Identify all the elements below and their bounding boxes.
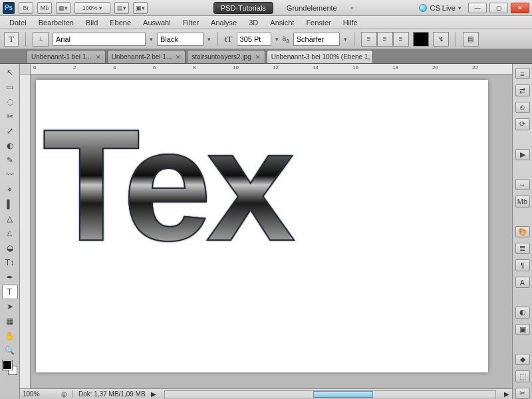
color-panel-icon[interactable]: 🎨 bbox=[515, 226, 530, 237]
close-tab-icon[interactable]: ✕ bbox=[255, 54, 261, 61]
warp-text-button[interactable]: ↯ bbox=[433, 32, 449, 47]
hand-tool[interactable]: ✋ bbox=[2, 329, 18, 343]
character-panel-button[interactable]: ▤ bbox=[463, 32, 479, 47]
cs-live-button[interactable]: CS Live ▾ bbox=[419, 4, 462, 12]
status-play-icon[interactable]: ▶ bbox=[151, 390, 156, 398]
ruler-origin[interactable] bbox=[20, 64, 31, 74]
close-button[interactable]: ✕ bbox=[511, 3, 529, 13]
horizontal-scrollbar[interactable] bbox=[164, 390, 496, 398]
eyedropper-tool[interactable]: ◐ bbox=[2, 138, 18, 153]
crop-tool[interactable]: ⤢ bbox=[2, 124, 18, 138]
menu-ebene[interactable]: Ebene bbox=[104, 17, 136, 28]
dodge-tool[interactable]: T↕ bbox=[2, 255, 18, 270]
marquee-tool[interactable]: ▭ bbox=[2, 80, 18, 94]
vertical-ruler[interactable] bbox=[20, 74, 31, 388]
path-select-tool[interactable]: ➤ bbox=[2, 299, 18, 314]
canvas-text-layer[interactable]: Tex bbox=[43, 93, 290, 277]
eraser-tool[interactable]: △ bbox=[2, 211, 18, 226]
swatches-panel-icon[interactable]: ≣ bbox=[515, 243, 530, 254]
align-right-button[interactable]: ≡ bbox=[393, 32, 409, 47]
chevron-down-icon[interactable]: ▾ bbox=[150, 36, 153, 43]
panel-icon[interactable]: ▶ bbox=[515, 149, 530, 160]
antialias-field[interactable] bbox=[293, 33, 340, 46]
menu-3d[interactable]: 3D bbox=[243, 17, 263, 28]
workspace-selected-button[interactable]: PSD-Tutorials bbox=[213, 2, 273, 14]
menu-bearbeiten[interactable]: Bearbeiten bbox=[33, 17, 79, 28]
canvas-viewport[interactable]: Tex bbox=[31, 74, 512, 388]
foreground-color-swatch[interactable] bbox=[3, 360, 12, 370]
status-docinfo[interactable]: Dok: 1,37 MB/1,09 MB bbox=[72, 390, 146, 398]
zoom-level-button[interactable]: 100% ▾ bbox=[74, 2, 110, 14]
menu-datei[interactable]: Datei bbox=[4, 17, 32, 28]
text-color-swatch[interactable] bbox=[413, 32, 429, 47]
font-size-field[interactable] bbox=[237, 33, 271, 46]
document-tab[interactable]: Unbenannt-1 bei 1...✕ bbox=[27, 50, 106, 63]
chevron-down-icon[interactable]: ▾ bbox=[207, 36, 211, 43]
panel-icon[interactable]: ⇄ bbox=[515, 84, 530, 96]
align-center-button[interactable]: ≡ bbox=[377, 32, 393, 47]
menu-bild[interactable]: Bild bbox=[80, 17, 103, 28]
chevron-down-icon[interactable]: ▾ bbox=[275, 36, 279, 43]
menu-analyse[interactable]: Analyse bbox=[205, 17, 242, 28]
text-orientation-button[interactable]: ⊥ bbox=[33, 32, 49, 47]
document-tab[interactable]: stairsuntoayers2.jpg✕ bbox=[187, 50, 265, 63]
screen-mode-button[interactable]: ▣▾ bbox=[133, 2, 148, 14]
bridge-button[interactable]: Br bbox=[19, 2, 33, 14]
adjustments-panel-icon[interactable]: ◐ bbox=[515, 307, 530, 318]
document-tab-active[interactable]: Unbenannt-3 bei 100% (Ebene 1, RGB/8) *✕ bbox=[267, 50, 373, 63]
scrollbar-thumb[interactable] bbox=[313, 391, 373, 398]
channels-panel-icon[interactable]: ⬚ bbox=[515, 370, 530, 382]
chevron-down-icon[interactable]: ▾ bbox=[344, 36, 347, 43]
document-canvas[interactable]: Tex bbox=[36, 80, 488, 372]
color-swatches[interactable] bbox=[3, 360, 17, 375]
view-extras-button[interactable]: ▦▾ bbox=[56, 2, 70, 14]
tools-panel: ↖ ▭ ◌ ✂ ⤢ ◐ ✎ 〰 ⌖ ▌ △ ⎌ ◒ T↕ ✒ T ➤ ▦ ✋ 🔍 bbox=[0, 64, 20, 399]
align-left-button[interactable]: ≡ bbox=[361, 32, 377, 47]
minimize-button[interactable]: — bbox=[468, 3, 487, 13]
options-bar: T ⊥ ▾ ▾ tT ▾ aa ▾ ≡ ≡ ≡ ↯ ▤ bbox=[0, 29, 532, 49]
horizontal-ruler[interactable]: 0 2 4 6 8 10 12 14 16 18 20 22 bbox=[31, 64, 512, 74]
status-zoom[interactable]: 100% bbox=[23, 390, 56, 398]
stamp-tool[interactable]: ⌖ bbox=[2, 182, 18, 197]
quick-select-tool[interactable]: ✂ bbox=[2, 109, 18, 124]
maximize-button[interactable]: ▢ bbox=[489, 3, 508, 13]
panel-icon[interactable]: ≡ bbox=[515, 68, 530, 79]
type-tool[interactable]: T bbox=[2, 285, 18, 299]
workspace-next-button[interactable]: Grundelemente bbox=[284, 3, 340, 13]
menu-filter[interactable]: Filter bbox=[178, 17, 204, 28]
text-align-group: ≡ ≡ ≡ bbox=[361, 32, 409, 47]
masks-panel-icon[interactable]: ▣ bbox=[515, 324, 530, 335]
minibridge-panel-icon[interactable]: Mb bbox=[515, 196, 530, 207]
zoom-tool[interactable]: 🔍 bbox=[2, 343, 18, 358]
workspace-more-icon[interactable]: » bbox=[350, 5, 354, 11]
arrange-docs-button[interactable]: ▤▾ bbox=[114, 2, 129, 14]
gradient-tool[interactable]: ⎌ bbox=[2, 226, 18, 241]
shape-tool[interactable]: ▦ bbox=[2, 314, 18, 329]
move-tool[interactable]: ↖ bbox=[2, 65, 18, 80]
scroll-right-icon[interactable]: ▶ bbox=[504, 390, 509, 398]
current-tool-icon[interactable]: T bbox=[4, 32, 19, 47]
font-style-field[interactable] bbox=[157, 33, 203, 46]
menu-hilfe[interactable]: Hilfe bbox=[338, 17, 363, 28]
brush-tool[interactable]: 〰 bbox=[2, 168, 18, 182]
minibridge-button[interactable]: Mb bbox=[37, 2, 52, 14]
paragraph-panel-icon[interactable]: ¶ bbox=[515, 259, 530, 271]
panel-icon[interactable]: ↔ bbox=[515, 179, 530, 190]
menu-fenster[interactable]: Fenster bbox=[301, 17, 336, 28]
pen-tool[interactable]: ✒ bbox=[2, 270, 18, 285]
paths-panel-icon[interactable]: ✂ bbox=[515, 388, 530, 399]
document-tab[interactable]: Unbenannt-2 bei 1...✕ bbox=[107, 50, 186, 63]
close-tab-icon[interactable]: ✕ bbox=[176, 54, 181, 61]
lasso-tool[interactable]: ◌ bbox=[2, 94, 18, 109]
history-brush-tool[interactable]: ▌ bbox=[2, 197, 18, 211]
character-panel-icon[interactable]: A bbox=[515, 277, 530, 288]
close-tab-icon[interactable]: ✕ bbox=[96, 54, 101, 61]
panel-icon[interactable]: ⎋ bbox=[515, 102, 530, 113]
font-family-field[interactable] bbox=[53, 33, 146, 46]
layers-panel-icon[interactable]: ◆ bbox=[515, 354, 530, 365]
healing-tool[interactable]: ✎ bbox=[2, 153, 18, 168]
blur-tool[interactable]: ◒ bbox=[2, 241, 18, 255]
menu-ansicht[interactable]: Ansicht bbox=[265, 17, 299, 28]
menu-auswahl[interactable]: Auswahl bbox=[138, 17, 176, 28]
panel-icon[interactable]: ⟳ bbox=[515, 118, 530, 130]
